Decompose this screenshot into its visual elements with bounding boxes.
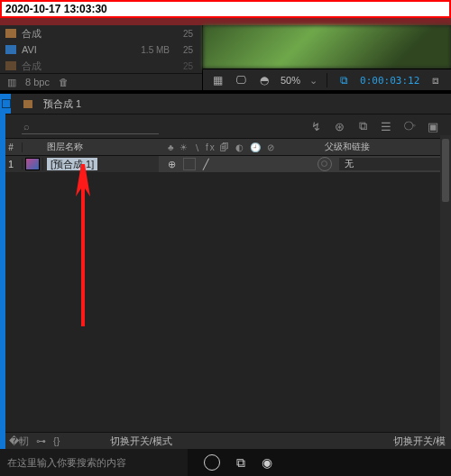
layer-type-icon: [23, 158, 43, 170]
switches-mode-toggle[interactable]: 切换开关/模式: [60, 435, 222, 448]
folder-icon: [5, 29, 16, 38]
asset-count: 25: [170, 29, 197, 39]
render-icon[interactable]: ▣: [426, 119, 440, 133]
shy-toggle-icon[interactable]: ↯: [308, 119, 323, 133]
project-footer: ▥ 8 bpc 🗑: [0, 73, 202, 90]
grid-icon[interactable]: ▦: [210, 74, 225, 87]
timeline-panel: 预合成 1 ⌕ ↯ ⊛ ⧉ ☰ ⧂ ▣ # 图层名称 ♣ ☀ ∖ fx 🗐 ◐ …: [0, 94, 451, 449]
composition-preview[interactable]: [203, 25, 451, 69]
parent-cell: 无: [312, 156, 451, 172]
taskbar-search[interactable]: 在这里输入你要搜索的内容: [0, 449, 188, 476]
timeline-toolbar: ⌕ ↯ ⊛ ⧉ ☰ ⧂ ▣: [0, 114, 451, 139]
col-layer-name[interactable]: 图层名称: [43, 141, 159, 153]
layer-switches[interactable]: ⊕ ╱: [159, 156, 312, 172]
slash-icon[interactable]: ╱: [203, 159, 209, 170]
timeline-footer: �軔 ⊶ {} 切换开关/模式 切换开关/模: [0, 432, 451, 449]
bpc-label[interactable]: 8 bpc: [25, 77, 50, 87]
project-panel: 合成 25 AVI 1.5 MB 25 合成 25 ▥ 8 bpc 🗑: [0, 25, 203, 90]
edge-icon[interactable]: ◉: [262, 455, 272, 470]
current-timecode[interactable]: 0:00:03:12: [360, 75, 419, 87]
mask-icon[interactable]: ◓: [257, 74, 272, 87]
scrollbar-thumb[interactable]: [442, 139, 449, 202]
asset-name: 合成: [22, 60, 119, 73]
chevron-down-icon: ⌄: [309, 75, 318, 87]
task-view-icon[interactable]: ⧉: [236, 455, 245, 471]
comp-tab-label: 预合成 1: [43, 97, 81, 111]
accent-strip: [0, 18, 451, 25]
pick-whip-icon[interactable]: [318, 157, 332, 171]
folder-icon: [5, 61, 16, 70]
scrollbar-vertical[interactable]: [440, 135, 451, 433]
annotation-arrow: [81, 182, 87, 326]
asset-row[interactable]: 合成 25: [0, 58, 202, 74]
comp-icon: [23, 100, 32, 108]
graph-editor-icon[interactable]: ⧂: [402, 119, 417, 133]
motion-blur-icon[interactable]: ☰: [379, 119, 393, 133]
tag-icon[interactable]: ⊛: [332, 119, 346, 133]
comp-tab-row: 预合成 1: [0, 94, 451, 114]
display-icon[interactable]: 🖵: [234, 74, 248, 87]
parent-value: 无: [345, 158, 354, 170]
frame-blend-icon[interactable]: ⧉: [355, 119, 370, 133]
taskbar-search-placeholder: 在这里输入你要搜索的内容: [7, 456, 126, 470]
layer-name-cell[interactable]: [预合成 1]: [43, 158, 159, 170]
zoom-dropdown[interactable]: 50%: [281, 75, 300, 86]
asset-row[interactable]: AVI 1.5 MB 25: [0, 41, 202, 58]
camera-icon[interactable]: ⧉: [336, 74, 351, 87]
asset-name: 合成: [22, 27, 119, 41]
video-file-icon: [5, 45, 16, 54]
trash-icon[interactable]: 🗑: [59, 77, 69, 87]
braces-icon[interactable]: {}: [53, 435, 60, 446]
search-icon: ⌕: [23, 121, 30, 132]
col-parent[interactable]: 父级和链接: [321, 141, 451, 153]
timestamp-overlay: 2020-10-17 13:03:30: [0, 0, 451, 18]
col-switches[interactable]: ♣ ☀ ∖ fx 🗐 ◐ 🕘 ⊘: [159, 142, 321, 152]
asset-count: 25: [170, 61, 197, 71]
layer-search-input[interactable]: ⌕: [22, 119, 159, 134]
shy-switch-icon[interactable]: ⊕: [168, 159, 176, 170]
asset-count: 25: [170, 45, 197, 55]
windows-taskbar: 在这里输入你要搜索的内容 ⧉ ◉: [0, 449, 451, 476]
new-bin-icon[interactable]: ▥: [7, 77, 16, 88]
asset-meta: 1.5 MB: [119, 45, 170, 55]
cortana-icon[interactable]: [204, 454, 220, 471]
timeline-empty-area[interactable]: [0, 173, 451, 432]
switches-mode-toggle-right[interactable]: 切换开关/模: [393, 435, 446, 448]
layer-name: [预合成 1]: [47, 158, 97, 170]
bone-icon[interactable]: ⊶: [36, 435, 46, 447]
preview-toolbar: ▦ 🖵 ◓ 50% ⌄ ⧉ 0:00:03:12 ⧈: [203, 69, 451, 91]
panel-handle[interactable]: [0, 94, 11, 114]
toggle-icon[interactable]: �軔: [9, 435, 29, 448]
layer-row[interactable]: 1 [预合成 1] ⊕ ╱ 无: [0, 156, 451, 173]
asset-name: AVI: [22, 44, 119, 55]
layer-columns-header: # 图层名称 ♣ ☀ ∖ fx 🗐 ◐ 🕘 ⊘ 父级和链接: [0, 139, 451, 156]
asset-row[interactable]: 合成 25: [0, 25, 202, 41]
switch-box[interactable]: [183, 158, 196, 170]
parent-dropdown[interactable]: 无: [339, 158, 451, 170]
snapshot-icon[interactable]: ⧈: [428, 74, 443, 87]
separator: [327, 73, 327, 87]
comp-tab[interactable]: 预合成 1: [14, 97, 90, 111]
timeline-panel-indicator: [0, 114, 5, 449]
